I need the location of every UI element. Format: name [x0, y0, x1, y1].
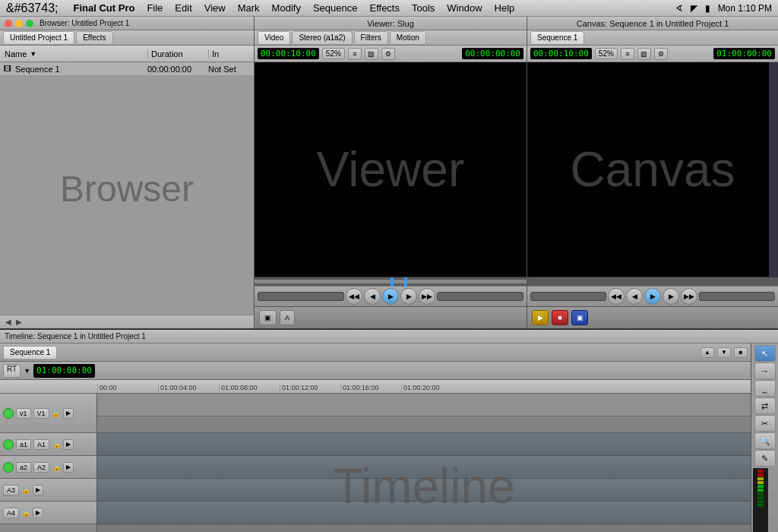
- viewer-tab-motion[interactable]: Motion: [390, 31, 426, 45]
- track-name-a1[interactable]: A1: [33, 439, 49, 450]
- viewer-play-btn[interactable]: ▶: [382, 288, 399, 305]
- window-menu[interactable]: Window: [447, 2, 482, 14]
- viewer-tab-stereo[interactable]: Stereo (a1a2): [292, 31, 352, 45]
- scrubber-in-point[interactable]: [391, 277, 394, 287]
- timeline-btn2[interactable]: ▼: [717, 347, 731, 358]
- track-lock-a2[interactable]: 🔒: [52, 463, 61, 472]
- canvas-zoom[interactable]: 52%: [595, 48, 618, 59]
- sequence-menu[interactable]: Sequence: [313, 2, 358, 14]
- viewer-prev-frame-btn[interactable]: ◀: [364, 288, 381, 305]
- edit-menu[interactable]: Edit: [175, 2, 191, 14]
- timeline-timecode[interactable]: 01:00:00:00: [33, 364, 95, 378]
- trim-tool-icon[interactable]: ⎯: [754, 380, 776, 397]
- canvas-scroll-left[interactable]: [530, 292, 606, 301]
- select-tool-icon[interactable]: ↖: [754, 345, 776, 362]
- track-name-a2[interactable]: A2: [33, 462, 49, 473]
- viewer-timecode-right[interactable]: 00:00:00:00: [462, 48, 523, 59]
- canvas-overlay-red-btn[interactable]: ■: [552, 310, 568, 325]
- viewer-scroll-right[interactable]: [437, 292, 523, 301]
- track-lock-a3[interactable]: 🔒: [21, 486, 30, 495]
- track-film-a4[interactable]: ▶: [33, 508, 43, 518]
- browser-tab-effects[interactable]: Effects: [76, 31, 112, 45]
- track-film-a3[interactable]: ▶: [33, 485, 43, 496]
- canvas-rewind-btn[interactable]: ◀◀: [608, 288, 625, 305]
- minimize-button[interactable]: [15, 20, 23, 27]
- track-film-a2[interactable]: ▶: [63, 462, 74, 473]
- track-enable-a2[interactable]: [3, 462, 14, 473]
- effects-menu[interactable]: Effects: [369, 2, 400, 14]
- track-tag-a2[interactable]: a2: [16, 462, 31, 473]
- slip-tool-icon[interactable]: ⇄: [754, 397, 776, 414]
- scroll-right-icon[interactable]: ▶: [14, 318, 24, 326]
- column-duration[interactable]: Duration: [147, 49, 208, 59]
- viewer-overlay-btn2[interactable]: A: [280, 310, 295, 325]
- track-name-v1[interactable]: V1: [33, 408, 49, 419]
- viewer-scroll-left[interactable]: [258, 292, 344, 301]
- track-film-v1[interactable]: ▶: [63, 408, 74, 419]
- column-in[interactable]: In: [208, 49, 254, 59]
- canvas-scrubber[interactable]: [527, 277, 778, 286]
- timeline-btn3[interactable]: ■: [734, 347, 748, 358]
- rt-select[interactable]: RT: [3, 364, 21, 378]
- viewer-overlay-btn1[interactable]: ▣: [259, 310, 277, 325]
- browser-row-sequence1[interactable]: 🎞 Sequence 1 00:00:00:00 Not Set: [0, 62, 254, 76]
- scroll-left-icon[interactable]: ◀: [3, 318, 14, 326]
- canvas-settings-btn[interactable]: ⚙: [654, 48, 668, 60]
- modify-menu[interactable]: Modify: [272, 2, 301, 14]
- apple-menu[interactable]: &#63743;: [6, 2, 59, 15]
- viewer-tab-video[interactable]: Video: [258, 31, 290, 45]
- canvas-sequence-tab[interactable]: Sequence 1: [530, 31, 584, 45]
- maximize-button[interactable]: [26, 20, 33, 27]
- track-enable-v1[interactable]: [3, 408, 14, 419]
- viewer-rewind-btn[interactable]: ◀◀: [346, 288, 362, 305]
- timeline-sequence-tab[interactable]: Sequence 1: [3, 346, 57, 359]
- pen-tool-icon[interactable]: ✎: [754, 450, 776, 467]
- mark-menu[interactable]: Mark: [238, 2, 260, 14]
- scrubber-out-point[interactable]: [404, 277, 407, 287]
- viewer-next-frame-btn[interactable]: ▶: [400, 288, 417, 305]
- browser-tab-project[interactable]: Untitled Project 1: [3, 31, 74, 45]
- viewer-ffwd-btn[interactable]: ▶▶: [419, 288, 435, 305]
- timeline-btn1[interactable]: ▲: [701, 347, 714, 358]
- clock-display: Mon 1:10 PM: [718, 3, 772, 14]
- canvas-next-frame-btn[interactable]: ▶: [663, 288, 679, 305]
- track-tag-v1[interactable]: v1: [16, 408, 31, 419]
- tools-menu[interactable]: Tools: [412, 2, 435, 14]
- track-film-a1[interactable]: ▶: [63, 439, 74, 450]
- track-lock-v1[interactable]: 🔒: [52, 409, 61, 418]
- browser-tab-bar: Untitled Project 1 Effects: [0, 30, 254, 46]
- viewer-zoom[interactable]: 52%: [322, 48, 345, 59]
- canvas-overlay-yellow-btn[interactable]: ▶: [532, 310, 549, 325]
- meter-labels: -12 -18 -24 -30 -36 -42: [768, 468, 776, 532]
- canvas-overlay-blue-btn[interactable]: ▣: [571, 310, 588, 325]
- canvas-timecode-left[interactable]: 00:00:10:00: [530, 48, 592, 59]
- track-name-a3[interactable]: A3: [3, 485, 19, 496]
- view-menu[interactable]: View: [204, 2, 226, 14]
- help-menu[interactable]: Help: [495, 2, 515, 14]
- track-enable-a1[interactable]: [3, 439, 14, 450]
- close-button[interactable]: [5, 20, 12, 27]
- file-menu[interactable]: File: [147, 2, 163, 14]
- viewer-scrubber[interactable]: [255, 277, 527, 286]
- canvas-fit-btn[interactable]: ≡: [621, 48, 634, 60]
- viewer-tab-filters[interactable]: Filters: [354, 31, 388, 45]
- canvas-prev-frame-btn[interactable]: ◀: [626, 288, 643, 305]
- canvas-scroll-right[interactable]: [699, 292, 775, 301]
- canvas-ffwd-btn[interactable]: ▶▶: [681, 288, 697, 305]
- app-name-menu[interactable]: Final Cut Pro: [74, 2, 135, 14]
- viewer-aspect-btn[interactable]: ▧: [365, 48, 378, 60]
- select-track-icon[interactable]: →: [754, 363, 776, 379]
- zoom-tool-icon[interactable]: 🔍: [754, 432, 776, 449]
- column-name[interactable]: Name ▼: [0, 49, 147, 59]
- canvas-aspect-btn[interactable]: ▧: [637, 48, 651, 60]
- viewer-fit-btn[interactable]: ≡: [348, 48, 362, 60]
- viewer-settings-btn[interactable]: ⚙: [381, 48, 395, 60]
- track-lock-a1[interactable]: 🔒: [52, 440, 61, 449]
- track-tag-a1[interactable]: a1: [16, 439, 31, 450]
- canvas-timecode-right[interactable]: 01:00:00:00: [713, 48, 775, 59]
- track-name-a4[interactable]: A4: [3, 508, 19, 518]
- viewer-timecode-left[interactable]: 00:00:10:00: [258, 48, 319, 59]
- canvas-play-btn[interactable]: ▶: [644, 288, 661, 305]
- track-lock-a4[interactable]: 🔒: [21, 508, 30, 518]
- razor-tool-icon[interactable]: ✂: [754, 415, 776, 432]
